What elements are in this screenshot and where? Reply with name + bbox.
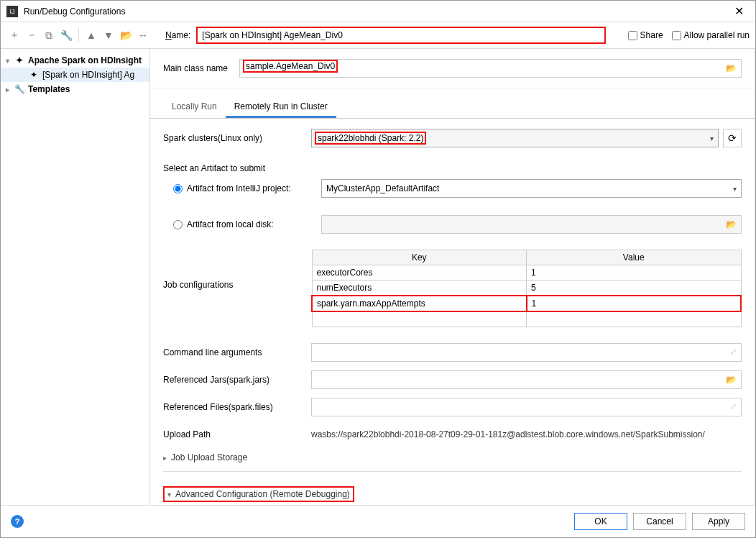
browse-icon[interactable]: 📂 bbox=[726, 219, 737, 229]
tab-locally-run[interactable]: Locally Run bbox=[163, 97, 226, 118]
allow-parallel-checkbox[interactable]: Allow parallel run bbox=[672, 30, 750, 40]
artifact-intellij-label: Artifact from IntelliJ project: bbox=[187, 183, 291, 193]
apply-button[interactable]: Apply bbox=[692, 513, 745, 530]
expand-icon[interactable]: ⤢ bbox=[730, 402, 737, 411]
chevron-right-icon[interactable]: ▸ bbox=[4, 86, 11, 94]
table-row: numExecutors5 bbox=[312, 281, 741, 296]
config-toolbar: ＋ － ⧉ 🔧 ▲ ▼ 📂 ↔ bbox=[6, 27, 151, 43]
ref-jars-field[interactable]: 📂 bbox=[311, 370, 742, 389]
ok-button[interactable]: OK bbox=[574, 513, 627, 530]
ref-files-label: Referenced Files(spark.files) bbox=[163, 402, 311, 412]
spark-icon: ✦ bbox=[14, 55, 25, 66]
upload-path-value: wasbs://spark22blobhdi-2018-08-27t09-29-… bbox=[311, 429, 742, 439]
table-header-key: Key bbox=[312, 250, 527, 265]
wrench-icon: 🔧 bbox=[14, 83, 25, 95]
spark-icon: ✦ bbox=[28, 69, 40, 81]
down-button[interactable]: ▼ bbox=[101, 27, 116, 43]
chevron-down-icon[interactable]: ▾ bbox=[4, 57, 11, 65]
refresh-button[interactable]: ⟳ bbox=[723, 129, 742, 147]
table-row bbox=[312, 311, 741, 327]
artifact-intellij-dropdown[interactable]: MyClusterApp_DefaultArtifact ▾ bbox=[321, 179, 742, 198]
close-icon[interactable]: ✕ bbox=[729, 4, 750, 18]
artifact-header: Select an Artifact to submit bbox=[163, 163, 742, 173]
browse-icon[interactable]: 📂 bbox=[726, 375, 737, 385]
upload-path-label: Upload Path bbox=[163, 429, 311, 439]
browse-icon[interactable]: 📂 bbox=[726, 63, 737, 73]
cancel-button[interactable]: Cancel bbox=[633, 513, 686, 530]
wrench-button[interactable]: 🔧 bbox=[58, 27, 74, 43]
advanced-config-section[interactable]: ▾ Advanced Configuration (Remote Debuggi… bbox=[163, 486, 354, 502]
table-header-value: Value bbox=[527, 250, 742, 265]
artifact-local-field: 📂 bbox=[321, 215, 742, 234]
share-checkbox[interactable]: Share bbox=[628, 30, 663, 40]
config-tree: ▾ ✦ Apache Spark on HDInsight ✦ [Spark o… bbox=[1, 49, 150, 505]
ref-files-field[interactable]: ⤢ bbox=[311, 398, 742, 416]
table-row: spark.yarn.maxAppAttempts 1 bbox=[312, 296, 741, 311]
artifact-intellij-radio[interactable] bbox=[173, 184, 183, 193]
spark-clusters-dropdown[interactable]: spark22blobhdi (Spark: 2.2) ▾ bbox=[311, 129, 719, 147]
table-row: executorCores1 bbox=[312, 265, 741, 281]
window-title: Run/Debug Configurations bbox=[24, 6, 729, 17]
tree-group-spark[interactable]: ▾ ✦ Apache Spark on HDInsight bbox=[1, 53, 149, 68]
up-button[interactable]: ▲ bbox=[83, 27, 99, 43]
name-label: Name: bbox=[165, 30, 190, 40]
artifact-local-label: Artifact from local disk: bbox=[187, 219, 274, 229]
tree-item-config[interactable]: ✦ [Spark on HDInsight] Ag bbox=[1, 68, 149, 82]
spark-clusters-label: Spark clusters(Linux only) bbox=[163, 133, 311, 143]
main-class-label: Main class name bbox=[163, 63, 239, 73]
chevron-down-icon: ▾ bbox=[167, 491, 171, 498]
titlebar: IJ Run/Debug Configurations ✕ bbox=[1, 1, 755, 22]
tree-group-templates[interactable]: ▸ 🔧 Templates bbox=[1, 82, 149, 96]
tab-remotely-run[interactable]: Remotely Run in Cluster bbox=[226, 97, 336, 118]
main-class-input[interactable]: sample.AgeMean_Div0 📂 bbox=[239, 59, 742, 78]
expand-button[interactable]: ↔ bbox=[135, 27, 151, 43]
help-button[interactable]: ? bbox=[11, 515, 24, 528]
job-upload-storage-section[interactable]: ▸ Job Upload Storage bbox=[163, 452, 742, 462]
cmd-args-field[interactable]: ⤢ bbox=[311, 343, 742, 362]
add-button[interactable]: ＋ bbox=[6, 27, 22, 43]
copy-button[interactable]: ⧉ bbox=[41, 27, 57, 43]
chevron-right-icon: ▸ bbox=[163, 454, 167, 462]
name-input[interactable] bbox=[196, 27, 606, 44]
job-config-table[interactable]: Key Value executorCores1 numExecutors5 s… bbox=[311, 250, 742, 327]
chevron-down-icon: ▾ bbox=[733, 185, 737, 193]
artifact-local-radio[interactable] bbox=[173, 220, 183, 229]
app-icon: IJ bbox=[6, 6, 18, 17]
job-config-label: Job configurations bbox=[163, 250, 311, 290]
folder-button[interactable]: 📂 bbox=[118, 27, 134, 43]
cmd-args-label: Command line arguments bbox=[163, 347, 311, 357]
remove-button[interactable]: － bbox=[24, 27, 40, 43]
chevron-down-icon: ▾ bbox=[710, 134, 714, 142]
ref-jars-label: Referenced Jars(spark.jars) bbox=[163, 375, 311, 385]
expand-icon[interactable]: ⤢ bbox=[730, 347, 737, 357]
